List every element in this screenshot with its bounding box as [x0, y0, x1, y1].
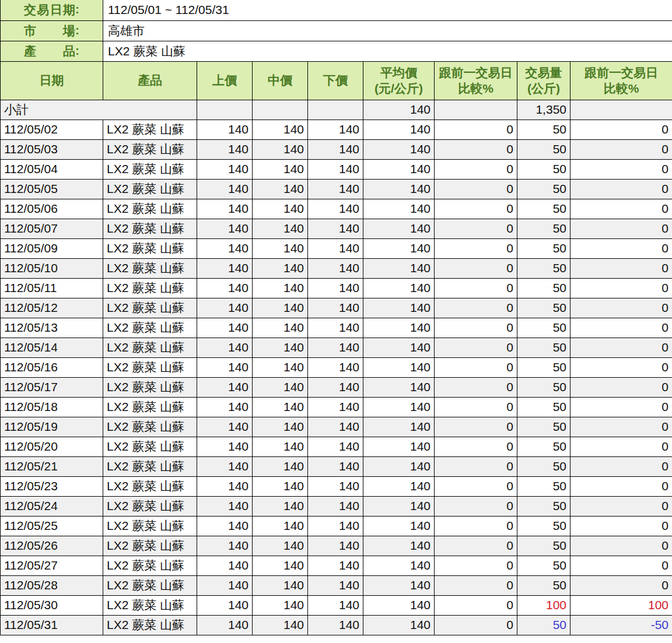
cell-low: 140: [308, 575, 363, 595]
cell-date: 112/05/03: [1, 139, 103, 159]
cell-vol-change: 0: [570, 437, 672, 456]
cell-date: 112/05/12: [1, 298, 103, 318]
product-label-text: 產品: [24, 43, 75, 59]
cell-avg-change: 0: [435, 595, 517, 615]
table-row: 112/05/26LX2 蕨菜 山蘇1401401401400500: [1, 536, 672, 556]
cell-volume: 50: [517, 318, 570, 338]
cell-low: 140: [308, 377, 363, 397]
cell-high: 140: [197, 298, 253, 318]
table-row: 112/05/03LX2 蕨菜 山蘇1401401401400500: [1, 139, 672, 159]
cell-product: LX2 蕨菜 山蘇: [103, 219, 197, 238]
cell-product: LX2 蕨菜 山蘇: [103, 318, 197, 338]
cell-mid: 140: [253, 258, 308, 278]
cell-low: 140: [308, 139, 363, 159]
cell-high: 140: [197, 278, 253, 298]
cell-volume: 50: [517, 437, 570, 456]
cell-low: 140: [308, 238, 363, 258]
table-body: 小計1401,350112/05/02LX2 蕨菜 山蘇140140140140…: [1, 100, 672, 635]
cell-volume: 50: [517, 476, 570, 496]
cell-avg: 140: [363, 456, 435, 476]
cell-vol-change: 0: [570, 575, 672, 595]
cell-date: 112/05/17: [1, 377, 103, 397]
cell-vol-change: 0: [570, 496, 672, 516]
cell-avg: 140: [363, 179, 435, 199]
cell-avg: 140: [363, 476, 435, 496]
cell-low: 140: [308, 298, 363, 318]
cell-avg: 140: [363, 199, 435, 219]
cell-volume: 50: [517, 536, 570, 556]
market-row: 市場: 高雄市: [1, 20, 672, 41]
cell-low: 140: [308, 159, 363, 179]
table-row: 112/05/16LX2 蕨菜 山蘇1401401401400500: [1, 357, 672, 377]
cell-avg-change: 0: [435, 159, 517, 179]
table-row: 112/05/18LX2 蕨菜 山蘇1401401401400500: [1, 397, 672, 417]
market-label-text: 市場: [24, 23, 75, 39]
cell-low: 140: [308, 278, 363, 298]
market-price-report: 交易日期: 112/05/01 ~ 112/05/31 市場: 高雄市 產品: …: [0, 0, 672, 635]
cell-low: 140: [308, 556, 363, 575]
cell-date: 112/05/24: [1, 496, 103, 516]
table-row: 112/05/25LX2 蕨菜 山蘇1401401401400500: [1, 516, 672, 536]
cell-product: LX2 蕨菜 山蘇: [103, 377, 197, 397]
cell-date: 112/05/20: [1, 437, 103, 456]
cell-mid: 140: [253, 159, 308, 179]
market-value: 高雄市: [103, 20, 672, 41]
cell-avg-change: 0: [435, 238, 517, 258]
table-row: 112/05/02LX2 蕨菜 山蘇1401401401400500: [1, 120, 672, 139]
cell-mid: 140: [253, 595, 308, 615]
cell-avg-change: 0: [435, 120, 517, 139]
cell-low: 140: [308, 357, 363, 377]
cell-avg: 140: [363, 159, 435, 179]
cell-vol-change: 0: [570, 318, 672, 338]
cell-avg: 140: [363, 139, 435, 159]
cell-volume: 50: [517, 278, 570, 298]
cell-date: 112/05/30: [1, 595, 103, 615]
cell-date: 112/05/06: [1, 199, 103, 219]
cell-product: LX2 蕨菜 山蘇: [103, 357, 197, 377]
price-table: 交易日期: 112/05/01 ~ 112/05/31 市場: 高雄市 產品: …: [0, 0, 672, 635]
cell-mid: 140: [253, 357, 308, 377]
cell-vol-change: 0: [570, 120, 672, 139]
cell-avg: 140: [363, 575, 435, 595]
cell-date: 112/05/13: [1, 318, 103, 338]
cell-volume: 50: [517, 159, 570, 179]
cell-avg-change: 0: [435, 357, 517, 377]
table-row: 112/05/27LX2 蕨菜 山蘇1401401401400500: [1, 556, 672, 575]
cell-avg: 140: [363, 120, 435, 139]
cell-low: [308, 100, 363, 120]
cell-vol-change: 0: [570, 397, 672, 417]
cell-volume: 50: [517, 199, 570, 219]
cell-avg-change: [435, 100, 517, 120]
cell-product: LX2 蕨菜 山蘇: [103, 417, 197, 437]
cell-product: LX2 蕨菜 山蘇: [103, 139, 197, 159]
cell-date: 112/05/11: [1, 278, 103, 298]
subtotal-label: 小計: [1, 100, 197, 120]
cell-date: 112/05/14: [1, 338, 103, 357]
cell-avg: 140: [363, 238, 435, 258]
cell-avg: 140: [363, 377, 435, 397]
cell-mid: 140: [253, 377, 308, 397]
cell-product: LX2 蕨菜 山蘇: [103, 199, 197, 219]
cell-volume: 50: [517, 516, 570, 536]
cell-vol-change: -50: [570, 615, 672, 635]
cell-low: 140: [308, 456, 363, 476]
cell-avg-change: 0: [435, 437, 517, 456]
cell-date: 112/05/25: [1, 516, 103, 536]
cell-high: 140: [197, 397, 253, 417]
subtotal-row: 小計1401,350: [1, 100, 672, 120]
product-colon: :: [75, 43, 79, 57]
cell-vol-change: 0: [570, 238, 672, 258]
cell-avg-change: 0: [435, 536, 517, 556]
cell-vol-change: 0: [570, 357, 672, 377]
cell-avg-change: 0: [435, 219, 517, 238]
cell-avg-change: 0: [435, 278, 517, 298]
cell-avg: 140: [363, 437, 435, 456]
cell-product: LX2 蕨菜 山蘇: [103, 556, 197, 575]
col-header-volume: 交易量 (公斤): [517, 61, 570, 100]
cell-volume: 50: [517, 219, 570, 238]
cell-avg: 140: [363, 318, 435, 338]
cell-low: 140: [308, 179, 363, 199]
table-row: 112/05/06LX2 蕨菜 山蘇1401401401400500: [1, 199, 672, 219]
cell-mid: 140: [253, 397, 308, 417]
cell-high: 140: [197, 476, 253, 496]
